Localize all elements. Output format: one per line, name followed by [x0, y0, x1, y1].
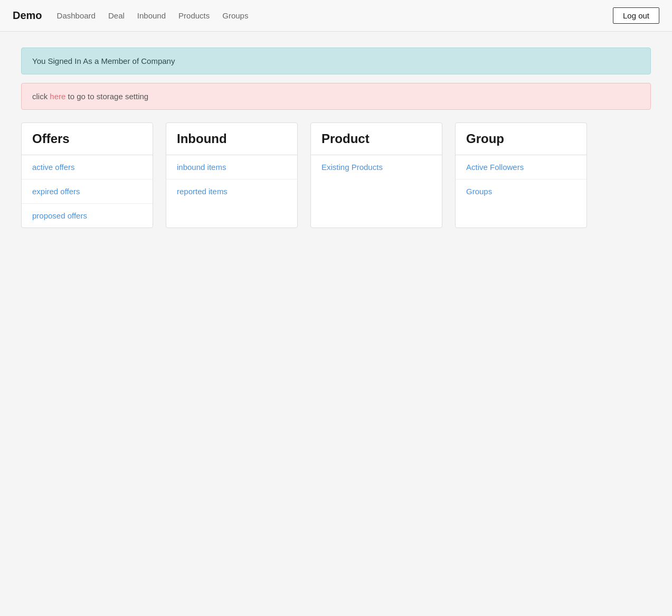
- product-card-title: Product: [321, 131, 370, 146]
- inbound-card-title: Inbound: [177, 131, 227, 146]
- product-card: Product Existing Products: [310, 122, 442, 228]
- inbound-card-body: inbound items reported items: [166, 155, 297, 203]
- inbound-card-header: Inbound: [166, 123, 297, 155]
- warning-suffix: to go to storage setting: [65, 92, 148, 101]
- inbound-items-link[interactable]: inbound items: [166, 155, 297, 179]
- warning-alert: click here to go to storage setting: [21, 83, 651, 110]
- group-card-body: Active Followers Groups: [456, 155, 586, 203]
- nav-link-products[interactable]: Products: [178, 11, 210, 20]
- reported-items-link[interactable]: reported items: [166, 179, 297, 203]
- offers-card-title: Offers: [32, 131, 70, 146]
- nav-link-groups[interactable]: Groups: [222, 11, 248, 20]
- proposed-offers-link[interactable]: proposed offers: [22, 204, 153, 228]
- nav-link-dashboard[interactable]: Dashboard: [57, 11, 96, 20]
- groups-link[interactable]: Groups: [456, 179, 586, 203]
- product-card-header: Product: [311, 123, 442, 155]
- active-offers-link[interactable]: active offers: [22, 155, 153, 179]
- info-alert-text: You Signed In As a Member of Company: [32, 56, 175, 65]
- group-card: Group Active Followers Groups: [455, 122, 587, 228]
- info-alert: You Signed In As a Member of Company: [21, 48, 651, 74]
- active-followers-link[interactable]: Active Followers: [456, 155, 586, 179]
- offers-card-body: active offers expired offers proposed of…: [22, 155, 153, 228]
- group-card-header: Group: [456, 123, 586, 155]
- navbar-brand: Demo: [13, 10, 42, 22]
- nav-link-deal[interactable]: Deal: [108, 11, 125, 20]
- warning-prefix: click: [32, 92, 50, 101]
- storage-setting-link[interactable]: here: [50, 92, 65, 101]
- group-card-title: Group: [466, 131, 504, 146]
- main-content: You Signed In As a Member of Company cli…: [0, 32, 672, 244]
- product-card-body: Existing Products: [311, 155, 442, 179]
- offers-card: Offers active offers expired offers prop…: [21, 122, 153, 228]
- nav-link-inbound[interactable]: Inbound: [137, 11, 166, 20]
- logout-button[interactable]: Log out: [613, 7, 659, 24]
- inbound-card: Inbound inbound items reported items: [166, 122, 298, 228]
- navbar-links: Dashboard Deal Inbound Products Groups: [57, 11, 249, 20]
- offers-card-header: Offers: [22, 123, 153, 155]
- expired-offers-link[interactable]: expired offers: [22, 179, 153, 204]
- navbar-left: Demo Dashboard Deal Inbound Products Gro…: [13, 10, 248, 22]
- cards-grid: Offers active offers expired offers prop…: [21, 122, 651, 228]
- navbar: Demo Dashboard Deal Inbound Products Gro…: [0, 0, 672, 32]
- existing-products-link[interactable]: Existing Products: [311, 155, 442, 179]
